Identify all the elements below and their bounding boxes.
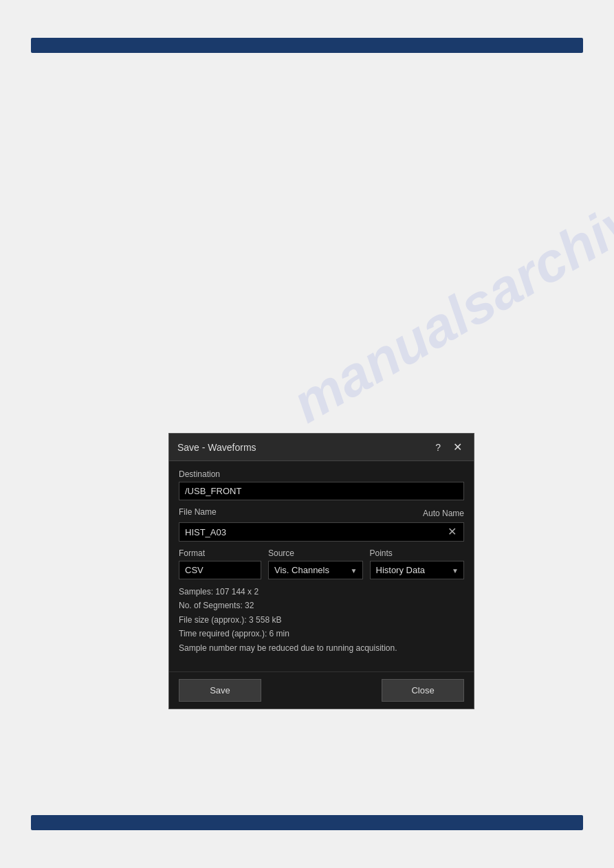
filename-label-row: File Name Auto Name: [179, 507, 464, 520]
destination-label: Destination: [179, 469, 464, 479]
source-column: Source Vis. Channels: [268, 548, 363, 579]
dialog-x-button[interactable]: ✕: [450, 439, 465, 455]
points-select[interactable]: History Data: [370, 561, 465, 579]
save-waveforms-dialog: Save - Waveforms ? ✕ Destination /USB_FR…: [168, 433, 474, 709]
save-button[interactable]: Save: [179, 679, 261, 702]
destination-field: /USB_FRONT: [179, 482, 464, 500]
format-source-points-row: Format CSV Source Vis. Channels Points: [179, 548, 464, 579]
info-segments: No. of Segments: 32: [179, 599, 464, 612]
info-warning: Sample number may be reduced due to runn…: [179, 641, 464, 655]
dialog-title-bar: Save - Waveforms ? ✕: [169, 434, 474, 461]
filename-input-wrapper[interactable]: ✕: [179, 522, 464, 542]
points-column: Points History Data: [370, 548, 465, 579]
points-select-wrapper[interactable]: History Data: [370, 561, 465, 579]
close-button[interactable]: Close: [382, 679, 464, 702]
info-samples: Samples: 107 144 x 2: [179, 585, 464, 599]
source-select[interactable]: Vis. Channels: [268, 561, 363, 579]
help-button[interactable]: ?: [432, 441, 444, 454]
format-label: Format: [179, 548, 261, 558]
info-time: Time required (approx.): 6 min: [179, 627, 464, 641]
file-name-label: File Name: [179, 507, 217, 517]
source-label: Source: [268, 548, 363, 558]
destination-value: /USB_FRONT: [185, 486, 241, 496]
dialog-overlay: Save - Waveforms ? ✕ Destination /USB_FR…: [0, 0, 614, 868]
dialog-body: Destination /USB_FRONT File Name Auto Na…: [169, 461, 474, 671]
source-select-wrapper[interactable]: Vis. Channels: [268, 561, 363, 579]
format-value: CSV: [179, 561, 261, 579]
format-column: Format CSV: [179, 548, 261, 579]
clear-filename-button[interactable]: ✕: [446, 526, 458, 537]
auto-name-label: Auto Name: [423, 509, 464, 518]
info-file-size: File size (approx.): 3 558 kB: [179, 613, 464, 627]
dialog-title: Save - Waveforms: [177, 442, 256, 453]
info-section: Samples: 107 144 x 2 No. of Segments: 32…: [179, 585, 464, 655]
points-label: Points: [370, 548, 465, 558]
title-buttons: ? ✕: [432, 439, 465, 455]
dialog-footer: Save Close: [169, 671, 474, 709]
filename-input[interactable]: [185, 527, 446, 537]
